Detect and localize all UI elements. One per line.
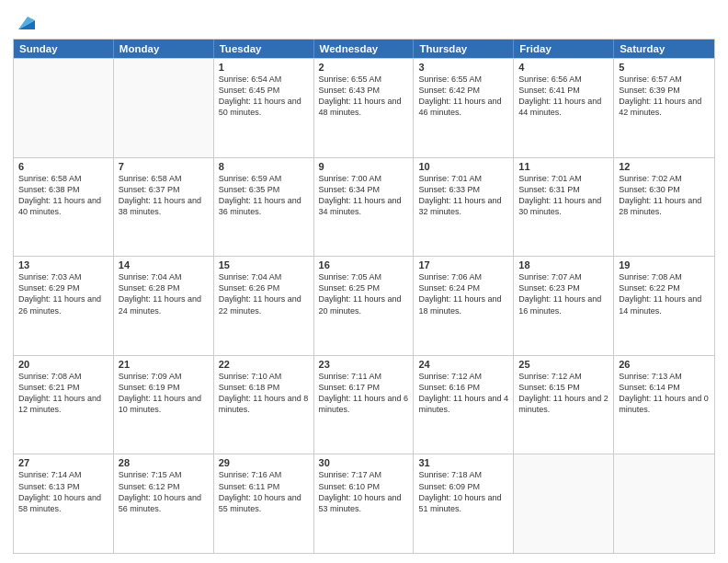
cal-cell-w2-d4: 9Sunrise: 7:00 AM Sunset: 6:34 PM Daylig… — [314, 158, 415, 257]
day-info: Sunrise: 6:54 AM Sunset: 6:45 PM Dayligh… — [219, 74, 309, 119]
day-number: 18 — [518, 259, 609, 270]
cal-cell-w5-d4: 30Sunrise: 7:17 AM Sunset: 6:10 PM Dayli… — [314, 454, 415, 553]
day-number: 4 — [518, 62, 609, 73]
calendar-body: 1Sunrise: 6:54 AM Sunset: 6:45 PM Daylig… — [14, 58, 714, 553]
day-info: Sunrise: 7:02 AM Sunset: 6:30 PM Dayligh… — [619, 173, 710, 218]
day-info: Sunrise: 7:13 AM Sunset: 6:14 PM Dayligh… — [619, 371, 710, 416]
logo — [13, 13, 35, 33]
day-number: 16 — [319, 259, 409, 270]
cal-cell-w5-d7 — [614, 454, 714, 553]
cal-cell-w2-d2: 7Sunrise: 6:58 AM Sunset: 6:37 PM Daylig… — [114, 158, 214, 257]
cal-cell-w1-d1 — [14, 59, 114, 157]
cal-cell-w5-d3: 29Sunrise: 7:16 AM Sunset: 6:11 PM Dayli… — [214, 454, 314, 553]
day-number: 3 — [418, 62, 508, 73]
cal-cell-w4-d4: 23Sunrise: 7:11 AM Sunset: 6:17 PM Dayli… — [314, 356, 415, 454]
day-number: 19 — [619, 259, 710, 270]
day-info: Sunrise: 6:58 AM Sunset: 6:37 PM Dayligh… — [119, 173, 209, 218]
week-row-2: 6Sunrise: 6:58 AM Sunset: 6:38 PM Daylig… — [14, 157, 714, 257]
day-number: 7 — [119, 161, 209, 172]
cal-cell-w5-d5: 31Sunrise: 7:18 AM Sunset: 6:09 PM Dayli… — [414, 454, 514, 553]
day-number: 20 — [18, 359, 108, 370]
day-info: Sunrise: 6:55 AM Sunset: 6:42 PM Dayligh… — [418, 74, 508, 119]
day-number: 12 — [619, 161, 710, 172]
cal-cell-w2-d3: 8Sunrise: 6:59 AM Sunset: 6:35 PM Daylig… — [214, 158, 314, 257]
header — [13, 9, 715, 33]
page: SundayMondayTuesdayWednesdayThursdayFrid… — [0, 0, 728, 563]
cal-cell-w3-d3: 15Sunrise: 7:04 AM Sunset: 6:26 PM Dayli… — [214, 257, 314, 355]
day-number: 22 — [219, 359, 309, 370]
week-row-5: 27Sunrise: 7:14 AM Sunset: 6:13 PM Dayli… — [14, 454, 714, 553]
calendar-header: SundayMondayTuesdayWednesdayThursdayFrid… — [14, 40, 714, 58]
day-number: 2 — [319, 62, 409, 73]
cal-cell-w1-d7: 5Sunrise: 6:57 AM Sunset: 6:39 PM Daylig… — [614, 59, 714, 157]
day-number: 26 — [619, 359, 710, 370]
cal-cell-w3-d6: 18Sunrise: 7:07 AM Sunset: 6:23 PM Dayli… — [514, 257, 614, 355]
day-info: Sunrise: 7:10 AM Sunset: 6:18 PM Dayligh… — [219, 371, 309, 416]
day-number: 28 — [119, 457, 209, 468]
day-info: Sunrise: 7:04 AM Sunset: 6:28 PM Dayligh… — [119, 271, 209, 316]
header-cell-wednesday: Wednesday — [314, 40, 415, 58]
cal-cell-w1-d4: 2Sunrise: 6:55 AM Sunset: 6:43 PM Daylig… — [314, 59, 415, 157]
day-info: Sunrise: 7:09 AM Sunset: 6:19 PM Dayligh… — [119, 371, 209, 416]
day-info: Sunrise: 7:01 AM Sunset: 6:31 PM Dayligh… — [518, 173, 609, 218]
day-info: Sunrise: 6:59 AM Sunset: 6:35 PM Dayligh… — [219, 173, 309, 218]
week-row-1: 1Sunrise: 6:54 AM Sunset: 6:45 PM Daylig… — [14, 58, 714, 157]
day-number: 15 — [219, 259, 309, 270]
header-cell-tuesday: Tuesday — [214, 40, 314, 58]
day-info: Sunrise: 7:12 AM Sunset: 6:16 PM Dayligh… — [418, 371, 508, 416]
header-cell-saturday: Saturday — [614, 40, 714, 58]
cal-cell-w1-d5: 3Sunrise: 6:55 AM Sunset: 6:42 PM Daylig… — [414, 59, 514, 157]
day-number: 29 — [219, 457, 309, 468]
cal-cell-w2-d6: 11Sunrise: 7:01 AM Sunset: 6:31 PM Dayli… — [514, 158, 614, 257]
day-info: Sunrise: 6:58 AM Sunset: 6:38 PM Dayligh… — [18, 173, 108, 218]
day-number: 5 — [619, 62, 710, 73]
cal-cell-w5-d6 — [514, 454, 614, 553]
day-info: Sunrise: 7:07 AM Sunset: 6:23 PM Dayligh… — [518, 271, 609, 316]
day-number: 14 — [119, 259, 209, 270]
header-cell-sunday: Sunday — [14, 40, 114, 58]
day-info: Sunrise: 7:15 AM Sunset: 6:12 PM Dayligh… — [119, 469, 209, 514]
day-info: Sunrise: 7:06 AM Sunset: 6:24 PM Dayligh… — [418, 271, 508, 316]
cal-cell-w4-d6: 25Sunrise: 7:12 AM Sunset: 6:15 PM Dayli… — [514, 356, 614, 454]
day-number: 9 — [319, 161, 409, 172]
day-number: 11 — [518, 161, 609, 172]
day-number: 13 — [18, 259, 108, 270]
day-info: Sunrise: 6:55 AM Sunset: 6:43 PM Dayligh… — [319, 74, 409, 119]
day-number: 10 — [418, 161, 508, 172]
day-number: 31 — [418, 457, 508, 468]
cal-cell-w1-d3: 1Sunrise: 6:54 AM Sunset: 6:45 PM Daylig… — [214, 59, 314, 157]
day-number: 1 — [219, 62, 309, 73]
day-info: Sunrise: 7:05 AM Sunset: 6:25 PM Dayligh… — [319, 271, 409, 316]
day-number: 21 — [119, 359, 209, 370]
cal-cell-w2-d7: 12Sunrise: 7:02 AM Sunset: 6:30 PM Dayli… — [614, 158, 714, 257]
day-info: Sunrise: 7:12 AM Sunset: 6:15 PM Dayligh… — [518, 371, 609, 416]
cal-cell-w4-d5: 24Sunrise: 7:12 AM Sunset: 6:16 PM Dayli… — [414, 356, 514, 454]
header-cell-thursday: Thursday — [414, 40, 514, 58]
calendar: SundayMondayTuesdayWednesdayThursdayFrid… — [13, 39, 715, 554]
cal-cell-w4-d1: 20Sunrise: 7:08 AM Sunset: 6:21 PM Dayli… — [14, 356, 114, 454]
day-info: Sunrise: 7:16 AM Sunset: 6:11 PM Dayligh… — [219, 469, 309, 514]
cal-cell-w2-d1: 6Sunrise: 6:58 AM Sunset: 6:38 PM Daylig… — [14, 158, 114, 257]
cal-cell-w3-d4: 16Sunrise: 7:05 AM Sunset: 6:25 PM Dayli… — [314, 257, 415, 355]
cal-cell-w2-d5: 10Sunrise: 7:01 AM Sunset: 6:33 PM Dayli… — [414, 158, 514, 257]
day-info: Sunrise: 7:08 AM Sunset: 6:21 PM Dayligh… — [18, 371, 108, 416]
logo-icon — [15, 13, 35, 33]
day-info: Sunrise: 7:01 AM Sunset: 6:33 PM Dayligh… — [418, 173, 508, 218]
day-number: 30 — [319, 457, 409, 468]
day-number: 23 — [319, 359, 409, 370]
cal-cell-w3-d1: 13Sunrise: 7:03 AM Sunset: 6:29 PM Dayli… — [14, 257, 114, 355]
cal-cell-w5-d1: 27Sunrise: 7:14 AM Sunset: 6:13 PM Dayli… — [14, 454, 114, 553]
day-number: 8 — [219, 161, 309, 172]
day-info: Sunrise: 6:57 AM Sunset: 6:39 PM Dayligh… — [619, 74, 710, 119]
cal-cell-w3-d2: 14Sunrise: 7:04 AM Sunset: 6:28 PM Dayli… — [114, 257, 214, 355]
day-number: 27 — [18, 457, 108, 468]
cal-cell-w1-d2 — [114, 59, 214, 157]
cal-cell-w3-d7: 19Sunrise: 7:08 AM Sunset: 6:22 PM Dayli… — [614, 257, 714, 355]
header-cell-friday: Friday — [514, 40, 614, 58]
day-number: 17 — [418, 259, 508, 270]
day-info: Sunrise: 7:00 AM Sunset: 6:34 PM Dayligh… — [319, 173, 409, 218]
cal-cell-w1-d6: 4Sunrise: 6:56 AM Sunset: 6:41 PM Daylig… — [514, 59, 614, 157]
day-info: Sunrise: 6:56 AM Sunset: 6:41 PM Dayligh… — [518, 74, 609, 119]
day-info: Sunrise: 7:08 AM Sunset: 6:22 PM Dayligh… — [619, 271, 710, 316]
day-number: 25 — [518, 359, 609, 370]
